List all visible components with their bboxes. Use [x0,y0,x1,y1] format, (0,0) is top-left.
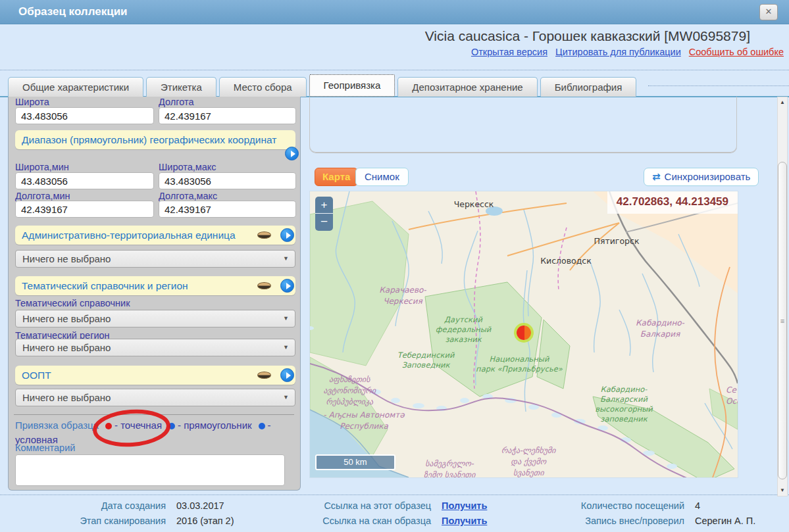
lon-min-input[interactable] [15,201,154,218]
lon-min-label: Долгота,мин [15,191,70,201]
created-value: 03.03.2017 [176,500,234,511]
cursor-coordinates: 42.702863, 44.213459 [607,191,738,214]
oopt-section-header: ООПТ [15,366,295,385]
rect-dot-icon [168,423,175,429]
conditional-dot-icon [259,423,265,429]
specimen-point-marker[interactable] [517,326,531,340]
thematic-eye-icon[interactable] [257,282,271,289]
tab-general[interactable]: Общие характеристики [8,77,143,97]
point-dot-icon [105,423,112,429]
divider [14,414,294,415]
thematic-ref-select[interactable]: Ничего не выбрано▼ [15,310,295,327]
thematic-ref-label: Тематический справочник [15,298,130,308]
oopt-eye-icon[interactable] [257,372,271,379]
scrolled-panel-remainder [309,97,737,153]
dotted-separator-top [0,70,789,70]
thematic-region-select[interactable]: Ничего не выбрано▼ [15,339,295,356]
admin-section-header: Административно-территориальная единица [15,226,295,245]
scrollbar-grip-icon: ≡ [778,318,786,324]
chevron-down-icon: ▼ [283,310,289,327]
admin-select[interactable]: Ничего не выбрано▼ [15,250,295,268]
specimen-link-get[interactable]: Получить [442,500,487,511]
footer-right: Количество посещений 4 Запись внес/прове… [563,500,755,526]
comment-textarea[interactable] [15,454,285,486]
satellite-mode-button[interactable]: Снимок [355,168,409,186]
scan-link-get[interactable]: Получить [442,516,487,526]
oopt-expand-icon[interactable] [280,368,294,382]
author-value: Серегин А. П. [695,516,755,526]
lon-label: Долгота [159,97,193,107]
specimen-dialog: Образец коллекции ✕ Vicia caucasica - Го… [0,0,789,532]
cite-link[interactable]: Цитировать для публикации [555,47,681,57]
vertical-scrollbar[interactable]: ▲ ≡ ▼ [777,97,788,496]
georeference-form-panel: Широта Долгота Диапазон (прямоугольник) … [8,97,301,491]
lat-min-label: Широта,мин [15,162,69,172]
author-label: Запись внес/проверил [563,516,684,526]
specimen-link-label: Ссылка на этот образец [299,500,431,511]
comment-label: Комментарий [15,443,75,453]
map-scale-bar: 50 km [315,454,395,470]
close-icon[interactable]: ✕ [759,4,778,20]
range-expand-icon[interactable] [285,147,299,160]
visits-label: Количество посещений [563,500,684,511]
lon-max-input[interactable] [159,201,296,218]
tab-depository[interactable]: Депозитарное хранение [397,77,537,97]
lat-label: Широта [15,97,49,107]
tab-bibliography[interactable]: Библиография [540,77,637,97]
tab-georeference[interactable]: Геопривязка [309,74,395,97]
scan-stage-label: Этап сканирования [26,516,166,526]
admin-expand-icon[interactable] [280,228,294,242]
lat-min-input[interactable] [15,172,154,189]
admin-eye-icon[interactable] [257,231,271,239]
scan-stage-value: 2016 (этап 2) [176,516,234,526]
page-title: Vicia caucasica - Горошек кавказский [MW… [425,28,750,44]
thematic-expand-icon[interactable] [280,279,294,293]
lon-input[interactable] [159,107,296,124]
dialog-title: Образец коллекции [18,0,128,24]
header-links: Открытая версия Цитировать для публикаци… [466,47,784,57]
oopt-select[interactable]: Ничего не выбрано▼ [15,389,295,406]
dotted-separator-bottom [0,495,789,495]
dialog-titlebar: Образец коллекции [0,0,789,24]
tab-bar: Общие характеристики Этикетка Место сбор… [8,75,636,97]
visits-value: 4 [695,500,755,511]
scroll-down-icon[interactable]: ▼ [778,485,787,496]
created-label: Дата создания [26,500,166,511]
lat-max-label: Широта,макс [159,162,216,172]
footer-middle: Ссылка на этот образец Получить Ссылка н… [299,500,487,526]
map-zoom-control: + − [315,197,333,231]
map-canvas[interactable]: Черкесск Пятигорск Кисловодск Карачаево-… [309,191,738,478]
range-section-header: Диапазон (прямоугольник) географических … [15,130,295,149]
chevron-down-icon: ▼ [283,251,289,267]
open-version-link[interactable]: Открытая версия [471,47,547,57]
lat-max-input[interactable] [159,172,296,189]
sync-button[interactable]: ⇄Синхронизировать [644,168,759,186]
lat-input[interactable] [15,107,154,124]
zoom-out-button[interactable]: − [315,214,333,231]
tab-collection-place[interactable]: Место сбора [219,77,307,97]
georef-label[interactable]: Привязка образца [15,420,99,431]
sync-arrows-icon: ⇄ [652,171,661,182]
dotted-separator-right [648,85,789,86]
chevron-down-icon: ▼ [283,339,289,356]
zoom-in-button[interactable]: + [315,197,333,214]
thematic-section-header: Тематический справочник и регион [15,276,295,295]
scrollbar-thumb[interactable]: ≡ [778,162,787,479]
scroll-up-icon[interactable]: ▲ [778,97,787,108]
tab-label[interactable]: Этикетка [146,77,216,97]
report-error-link[interactable]: Сообщить об ошибке [689,47,784,57]
map-mode-button[interactable]: Карта [315,168,358,186]
footer-left: Дата создания 03.03.2017 Этап сканирован… [26,500,234,526]
chevron-down-icon: ▼ [283,389,289,406]
lon-max-label: Долгота,макс [159,191,217,201]
scan-link-label: Ссылка на скан образца [299,516,431,526]
